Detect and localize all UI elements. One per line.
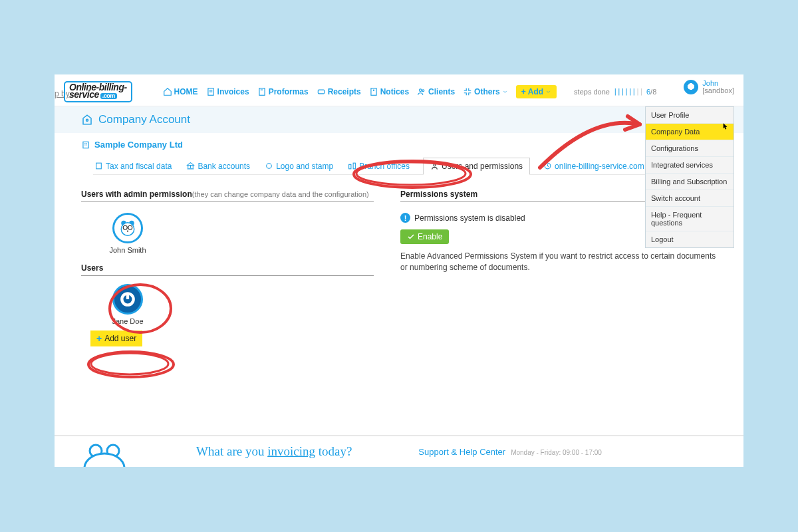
- svg-point-14: [434, 164, 436, 166]
- menu-configurations[interactable]: Configurations: [646, 140, 733, 157]
- svg-rect-9: [83, 142, 88, 148]
- svg-point-4: [373, 90, 374, 90]
- nav-receipts[interactable]: Receipts: [317, 87, 361, 96]
- nav-proformas[interactable]: Proformas: [257, 87, 309, 96]
- steps-indicator: steps done |||||||| 6/8: [574, 87, 656, 96]
- admin-user-card[interactable]: John Smith: [94, 213, 161, 254]
- user-card[interactable]: Jane Doe: [94, 284, 161, 325]
- nav-home[interactable]: HOME: [163, 87, 198, 96]
- tab-users[interactable]: Users and permissions: [423, 158, 530, 175]
- building-icon: [81, 114, 93, 126]
- nav-notices[interactable]: Notices: [369, 87, 409, 96]
- svg-point-25: [84, 454, 124, 467]
- company-name-line[interactable]: Sample Company Ltd: [81, 140, 717, 150]
- nav-invoices[interactable]: Invoices: [206, 87, 249, 96]
- svg-point-5: [420, 88, 422, 91]
- user-env: [sandbox]: [702, 87, 734, 94]
- menu-integrated[interactable]: Integrated services: [646, 157, 733, 174]
- admins-column: Users with admin permission(they can cha…: [81, 190, 374, 346]
- user-name-label: Jane Doe: [112, 317, 143, 325]
- footer: What are you invoicing today? Support & …: [55, 435, 743, 467]
- enable-permissions-button[interactable]: Enable: [400, 229, 449, 244]
- user-menu-trigger[interactable]: John [sandbox]: [684, 80, 734, 94]
- company-icon: [81, 140, 90, 150]
- svg-point-6: [422, 89, 424, 91]
- topbar: Online-billing- service.com HOME Invoice…: [55, 74, 743, 106]
- footer-support-link[interactable]: Support & Help CenterMonday - Friday: 09…: [418, 447, 602, 457]
- svg-rect-10: [96, 163, 102, 169]
- svg-point-7: [86, 119, 88, 121]
- check-icon: [407, 233, 415, 241]
- svg-point-21: [127, 230, 128, 231]
- menu-billing[interactable]: Billing and Subscription: [646, 174, 733, 190]
- svg-rect-2: [318, 90, 324, 94]
- breadcrumb: Company Account: [55, 106, 743, 133]
- menu-user-profile[interactable]: User Profile: [646, 107, 733, 124]
- nav-clients[interactable]: Clients: [417, 87, 455, 96]
- user-avatar-icon: [112, 284, 143, 315]
- tab-logo[interactable]: Logo and stamp: [263, 158, 334, 174]
- logo[interactable]: Online-billing- service.com: [64, 81, 132, 102]
- menu-logout[interactable]: Logout: [646, 231, 733, 247]
- tab-branch[interactable]: Branch offices: [346, 158, 411, 174]
- tab-tax[interactable]: Tax and fiscal data: [93, 158, 173, 174]
- info-icon: !: [400, 213, 410, 223]
- admin-user-name: John Smith: [109, 246, 146, 254]
- company-tabs: Tax and fiscal data Bank accounts Logo a…: [93, 158, 717, 175]
- avatar-icon: [684, 80, 698, 94]
- add-user-button[interactable]: + Add user: [90, 331, 142, 346]
- admin-avatar-icon: [112, 213, 143, 243]
- breadcrumb-label: Company Account: [98, 113, 190, 126]
- menu-help[interactable]: Help - Frequent questions: [646, 207, 733, 231]
- plus-icon: +: [96, 333, 102, 344]
- nav-others[interactable]: Others: [463, 87, 508, 96]
- menu-switch-account[interactable]: Switch account: [646, 190, 733, 207]
- footer-hours: Monday - Friday: 09:00 - 17:00: [511, 449, 602, 456]
- svg-rect-3: [371, 88, 376, 95]
- cursor-pointer-icon: [721, 122, 729, 132]
- main-nav: HOME Invoices Proformas Receipts Notices…: [163, 85, 557, 98]
- footer-mascot-icon: [81, 440, 134, 467]
- nav-add-button[interactable]: +Add: [516, 85, 557, 98]
- admins-heading: Users with admin permission(they can cha…: [81, 190, 374, 202]
- tab-bank[interactable]: Bank accounts: [185, 158, 251, 174]
- svg-point-18: [121, 223, 134, 236]
- svg-rect-12: [349, 164, 351, 169]
- users-heading: Users: [81, 263, 374, 276]
- svg-point-11: [267, 164, 272, 169]
- footer-tagline: What are you invoicing today?: [196, 444, 352, 459]
- svg-rect-13: [353, 163, 355, 169]
- svg-rect-1: [259, 88, 265, 95]
- permissions-help-text: Enable Advanced Permissions System if yo…: [400, 251, 717, 273]
